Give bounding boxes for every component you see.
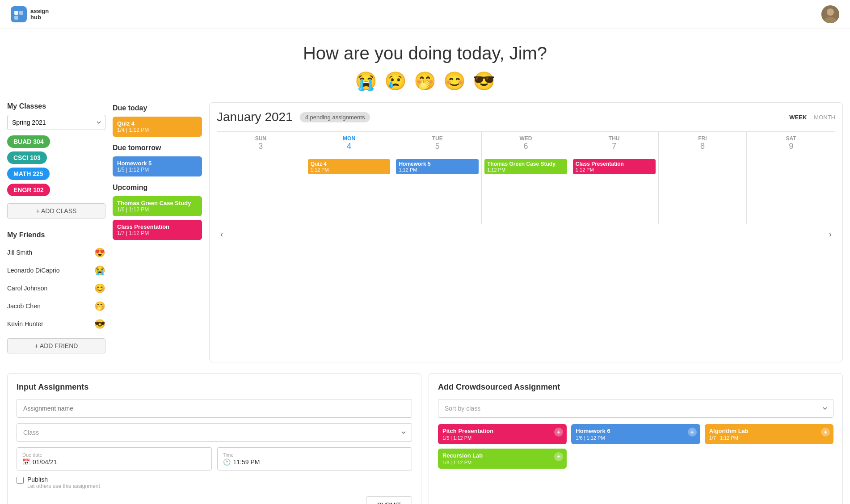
upcoming-card[interactable]: Class Presentation 1/7 | 1:12 PM xyxy=(113,220,202,240)
my-friends-title: My Friends xyxy=(7,231,105,239)
crowd-assignments-grid: Pitch Presentation 1/5 | 1:12 PM + Homew… xyxy=(438,424,833,469)
clock-icon: 🕐 xyxy=(223,458,231,466)
svg-point-4 xyxy=(827,8,834,16)
due-date-field[interactable]: Due date 📅 01/04/21 xyxy=(17,447,212,470)
svg-rect-0 xyxy=(14,11,18,15)
view-month[interactable]: MONTH xyxy=(814,114,835,121)
my-classes-title: My Classes xyxy=(7,102,105,110)
friend-emoji: 😊 xyxy=(94,283,105,294)
friend-name: Leonardo DiCaprio xyxy=(7,267,60,274)
friend-item: Jacob Chen 🤭 xyxy=(7,297,105,315)
mood-selector[interactable]: 😭 😢 🤭 😊 😎 xyxy=(0,71,850,92)
main-layout: My Classes Spring 2021 BUAD 304 CSCI 103… xyxy=(0,102,850,373)
calendar-grid: SUN3 MON4 TUE5 WED6 THU7 FRI8 SAT9 xyxy=(217,131,835,224)
submit-button[interactable]: SUBMIT xyxy=(366,496,412,504)
cal-event-time: 1:12 PM xyxy=(311,167,388,172)
class-field: Class BUAD 304 CSCI 103 MATH 225 ENGR 10… xyxy=(17,423,412,442)
cal-event-title: Homework 5 xyxy=(399,161,476,167)
publish-label: Publish xyxy=(27,476,100,483)
crowdsourced-panel: Add Crowdsourced Assignment Sort by clas… xyxy=(429,373,843,504)
crowd-card-date: 1/7 | 1:12 PM xyxy=(709,435,829,441)
class-tag-csci[interactable]: CSCI 103 xyxy=(7,151,47,164)
cal-header-sat: SAT9 xyxy=(747,132,835,153)
card-date: 1/6 | 1:12 PM xyxy=(117,206,198,213)
assignment-name-input[interactable] xyxy=(17,399,412,418)
upcoming-card[interactable]: Thomas Green Case Study 1/6 | 1:12 PM xyxy=(113,196,202,216)
app-header: assign hub xyxy=(0,0,850,29)
due-tomorrow-card[interactable]: Homework 5 1/5 | 1:12 PM xyxy=(113,156,202,176)
friend-emoji: 😎 xyxy=(94,319,105,329)
cal-next-button[interactable]: › xyxy=(825,228,835,241)
date-time-row: Due date 📅 01/04/21 Time 🕐 11:59 PM xyxy=(17,447,412,470)
cal-day-wed: Thomas Green Case Study 1:12 PM xyxy=(482,153,570,224)
card-title: Thomas Green Case Study xyxy=(117,200,198,206)
friend-name: Jacob Chen xyxy=(7,302,41,310)
cal-day-mon: Quiz 4 1:12 PM xyxy=(305,153,394,224)
class-tag-engr[interactable]: ENGR 102 xyxy=(7,184,50,196)
add-friend-button[interactable]: + ADD FRIEND xyxy=(7,338,105,353)
calendar-icon: 📅 xyxy=(22,458,30,466)
card-title: Class Presentation xyxy=(117,223,198,230)
card-date: 1/4 | 1:12 PM xyxy=(117,127,198,133)
cal-prev-button[interactable]: ‹ xyxy=(217,228,227,241)
add-class-button[interactable]: + ADD CLASS xyxy=(7,203,105,218)
class-tag-math[interactable]: MATH 225 xyxy=(7,168,50,180)
cal-day-tue: Homework 5 1:12 PM xyxy=(393,153,482,224)
cal-day-thu: Class Presentation 1:12 PM xyxy=(570,153,659,224)
friend-item: Carol Johnson 😊 xyxy=(7,279,105,297)
friend-emoji: 🤭 xyxy=(94,301,105,311)
crowd-add-button[interactable]: + xyxy=(821,428,830,437)
card-title: Homework 5 xyxy=(117,160,198,167)
logo-icon xyxy=(11,6,27,22)
logo: assign hub xyxy=(11,6,49,22)
mood-crying[interactable]: 😭 xyxy=(355,71,377,92)
friend-name: Jill Smith xyxy=(7,249,32,256)
crowd-card-title: Recursion Lab xyxy=(442,452,562,459)
cal-event-title: Thomas Green Case Study xyxy=(487,161,564,167)
cal-header-fri: FRI8 xyxy=(659,132,747,153)
due-panel: Due today Quiz 4 1/4 | 1:12 PM Due tomor… xyxy=(113,102,202,362)
crowd-card: Recursion Lab 1/8 | 1:12 PM + xyxy=(438,449,567,469)
user-avatar[interactable] xyxy=(821,5,839,23)
due-date-label: Due date xyxy=(22,452,206,458)
greeting-section: How are you doing today, Jim? 😭 😢 🤭 😊 😎 xyxy=(0,29,850,102)
time-label: Time xyxy=(223,452,407,458)
cal-event[interactable]: Quiz 4 1:12 PM xyxy=(308,159,391,174)
cal-event[interactable]: Class Presentation 1:12 PM xyxy=(573,159,656,174)
cal-day-sat xyxy=(747,153,835,224)
sidebar: My Classes Spring 2021 BUAD 304 CSCI 103… xyxy=(7,102,105,362)
mood-cool[interactable]: 😎 xyxy=(473,71,495,92)
cal-event[interactable]: Homework 5 1:12 PM xyxy=(396,159,479,174)
card-title: Quiz 4 xyxy=(117,120,198,127)
crowd-card-date: 1/8 | 1:12 PM xyxy=(442,460,562,465)
greeting-title: How are you doing today, Jim? xyxy=(0,43,850,63)
crowd-card-date: 1/6 | 1:12 PM xyxy=(576,435,695,441)
crowd-add-button[interactable]: + xyxy=(688,428,697,437)
publish-checkbox[interactable] xyxy=(17,477,24,484)
input-assignments-title: Input Assignments xyxy=(17,382,412,392)
friend-name: Kevin Hunter xyxy=(7,320,43,328)
friend-item: Jill Smith 😍 xyxy=(7,244,105,261)
crowd-card: Algorithm Lab 1/7 | 1:12 PM + xyxy=(705,424,833,444)
cal-header-sun: SUN3 xyxy=(217,132,305,153)
view-week[interactable]: WEEK xyxy=(789,114,807,121)
mood-playful[interactable]: 🤭 xyxy=(414,71,436,92)
class-select[interactable]: Class BUAD 304 CSCI 103 MATH 225 ENGR 10… xyxy=(17,423,412,442)
card-date: 1/7 | 1:12 PM xyxy=(117,230,198,236)
due-today-card[interactable]: Quiz 4 1/4 | 1:12 PM xyxy=(113,117,202,137)
due-today-title: Due today xyxy=(113,104,202,112)
mood-happy[interactable]: 😊 xyxy=(443,71,466,92)
cal-event[interactable]: Thomas Green Case Study 1:12 PM xyxy=(484,159,567,174)
cal-event-title: Quiz 4 xyxy=(311,161,388,167)
mood-sad[interactable]: 😢 xyxy=(384,71,407,92)
bottom-layout: Input Assignments Class BUAD 304 CSCI 10… xyxy=(0,373,850,504)
due-tomorrow-title: Due tomorrow xyxy=(113,144,202,152)
semester-selector[interactable]: Spring 2021 xyxy=(7,115,105,130)
cal-header-mon: MON4 xyxy=(305,132,394,153)
time-field[interactable]: Time 🕐 11:59 PM xyxy=(217,447,412,470)
sort-by-class-select[interactable]: Sort by class BUAD 304 CSCI 103 MATH 225… xyxy=(438,399,833,418)
pending-badge: 4 pending assignments xyxy=(300,112,370,122)
class-tag-buad[interactable]: BUAD 304 xyxy=(7,135,50,148)
crowd-card: Pitch Presentation 1/5 | 1:12 PM + xyxy=(438,424,567,444)
svg-rect-2 xyxy=(14,16,18,20)
